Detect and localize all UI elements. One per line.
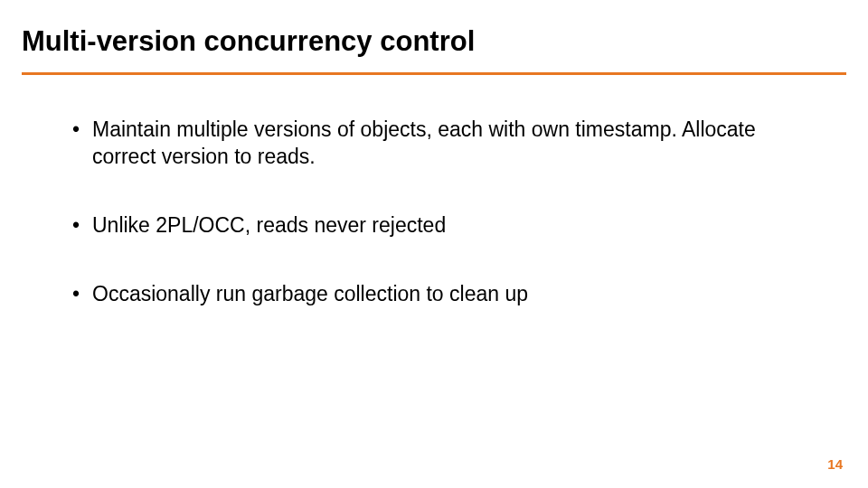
bullet-text: Maintain multiple versions of objects, e… — [92, 117, 805, 171]
bullet-text: Occasionally run garbage collection to c… — [92, 281, 805, 308]
bullet-text: Unlike 2PL/OCC, reads never rejected — [92, 212, 805, 239]
page-number: 14 — [827, 456, 843, 472]
bullet-marker-icon: • — [71, 212, 92, 239]
slide-title: Multi-version concurrency control — [0, 0, 868, 72]
bullet-marker-icon: • — [71, 281, 92, 308]
bullet-item: • Unlike 2PL/OCC, reads never rejected — [71, 212, 805, 239]
bullet-item: • Occasionally run garbage collection to… — [71, 281, 805, 308]
bullet-marker-icon: • — [71, 117, 92, 144]
bullet-item: • Maintain multiple versions of objects,… — [71, 117, 805, 171]
slide-content: • Maintain multiple versions of objects,… — [0, 75, 868, 308]
